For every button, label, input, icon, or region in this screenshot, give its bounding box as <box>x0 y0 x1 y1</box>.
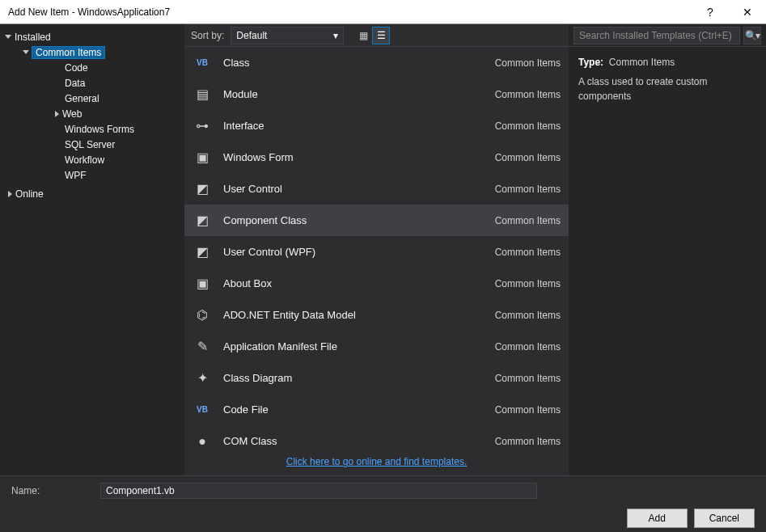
name-input[interactable] <box>100 483 537 499</box>
template-icon: ◩ <box>193 179 212 199</box>
template-category: Common Items <box>495 373 561 384</box>
window-title: Add New Item - WindowsApplication7 <box>8 6 692 18</box>
name-row: Name: <box>11 483 755 499</box>
template-icon: VB <box>193 400 212 420</box>
template-icon: ⌬ <box>193 306 212 325</box>
template-description: A class used to create custom components <box>578 74 756 103</box>
template-name: Class Diagram <box>223 372 484 384</box>
list-view-button[interactable]: ☰ <box>373 27 389 44</box>
template-category: Common Items <box>495 436 561 447</box>
template-row[interactable]: ▣About BoxCommon Items <box>184 268 569 299</box>
template-category: Common Items <box>495 120 561 132</box>
template-row[interactable]: VBClassCommon Items <box>184 47 569 78</box>
button-row: Add Cancel <box>11 509 755 528</box>
template-category: Common Items <box>495 341 561 353</box>
info-pane: 🔍▾ Type: Common Items A class used to cr… <box>569 24 766 475</box>
sort-by-value: Default <box>236 30 267 41</box>
tree-node-windows-forms[interactable]: Windows Forms <box>50 121 184 137</box>
template-row[interactable]: ▤ModuleCommon Items <box>184 78 569 110</box>
template-category: Common Items <box>495 152 561 163</box>
find-templates-online-link[interactable]: Click here to go online and find templat… <box>286 456 467 467</box>
template-row[interactable]: ▣Windows FormCommon Items <box>184 141 569 173</box>
chevron-down-icon: ▾ <box>333 30 338 41</box>
template-icon: ▣ <box>193 274 212 293</box>
template-icon: ✦ <box>193 369 212 388</box>
chevron-down-icon <box>23 50 29 54</box>
view-mode-group: ▦ ☰ <box>355 27 389 44</box>
template-category: Common Items <box>495 89 561 100</box>
template-row[interactable]: ⌬ADO.NET Entity Data ModelCommon Items <box>184 299 569 331</box>
tree-label: Code <box>65 62 88 74</box>
search-input[interactable] <box>573 27 740 44</box>
tree-node-sql-server[interactable]: SQL Server <box>50 137 184 152</box>
tree-label: Windows Forms <box>65 124 134 135</box>
tree-label: WPF <box>65 170 87 181</box>
template-icon: ⊶ <box>193 116 212 136</box>
grid-view-button[interactable]: ▦ <box>355 27 371 44</box>
chevron-right-icon <box>8 191 12 197</box>
name-label: Name: <box>11 485 84 496</box>
template-category: Common Items <box>495 57 561 69</box>
template-list[interactable]: VBClassCommon Items▤ModuleCommon Items⊶I… <box>184 47 569 448</box>
template-name: COM Class <box>223 435 484 447</box>
template-row[interactable]: ◩User Control (WPF)Common Items <box>184 236 569 268</box>
template-list-wrap: VBClassCommon Items▤ModuleCommon Items⊶I… <box>184 47 569 448</box>
template-name: Interface <box>223 120 484 132</box>
template-row[interactable]: ◩User ControlCommon Items <box>184 173 569 205</box>
online-link-bar: Click here to go online and find templat… <box>184 448 569 475</box>
tree-node-data[interactable]: Data <box>50 75 184 91</box>
sort-by-dropdown[interactable]: Default ▾ <box>231 27 344 44</box>
template-name: User Control (WPF) <box>223 246 484 258</box>
template-row[interactable]: VBCode FileCommon Items <box>184 394 569 425</box>
close-icon: ✕ <box>743 6 752 19</box>
tree-label: Web <box>62 108 82 120</box>
grid-icon: ▦ <box>359 30 368 41</box>
template-name: User Control <box>223 183 484 195</box>
tree-node-general[interactable]: General <box>50 91 184 106</box>
template-icon: ◩ <box>193 243 212 262</box>
template-row[interactable]: ◩Component ClassCommon Items <box>184 205 569 236</box>
template-category: Common Items <box>495 215 561 226</box>
template-row[interactable]: ⊶InterfaceCommon Items <box>184 110 569 141</box>
tree-node-installed[interactable]: Installed <box>0 29 184 44</box>
tree-label: General <box>65 93 99 104</box>
search-button[interactable]: 🔍▾ <box>743 27 761 44</box>
template-name: Windows Form <box>223 151 484 163</box>
tree-label: Common Items <box>32 47 104 58</box>
template-row[interactable]: ●COM ClassCommon Items <box>184 425 569 448</box>
template-icon: ● <box>193 432 212 449</box>
title-bar: Add New Item - WindowsApplication7 ? ✕ <box>0 0 766 24</box>
tree-label: Installed <box>15 32 51 43</box>
help-icon: ? <box>707 6 713 19</box>
template-row[interactable]: ✦Class DiagramCommon Items <box>184 362 569 394</box>
close-button[interactable]: ✕ <box>729 0 766 24</box>
template-category: Common Items <box>495 184 561 195</box>
tree-label: Data <box>65 78 85 89</box>
template-category: Common Items <box>495 247 561 258</box>
tree-node-code[interactable]: Code <box>50 60 184 75</box>
tree-node-web[interactable]: Web <box>50 106 184 121</box>
template-row[interactable]: ✎Application Manifest FileCommon Items <box>184 331 569 362</box>
template-category: Common Items <box>495 404 561 416</box>
template-name: ADO.NET Entity Data Model <box>223 309 484 321</box>
tree-node-workflow[interactable]: Workflow <box>50 152 184 167</box>
template-icon: ▤ <box>193 85 212 104</box>
chevron-right-icon <box>55 111 59 117</box>
tree-node-wpf[interactable]: WPF <box>50 167 184 183</box>
template-name: Code File <box>223 403 484 416</box>
tree-node-online[interactable]: Online <box>0 186 184 201</box>
template-toolbar: Sort by: Default ▾ ▦ ☰ <box>184 24 569 47</box>
template-name: Class <box>223 57 484 69</box>
tree-label: Workflow <box>65 154 104 166</box>
search-bar: 🔍▾ <box>569 24 766 47</box>
template-category: Common Items <box>495 278 561 289</box>
sort-by-label: Sort by: <box>191 30 224 41</box>
template-icon: ◩ <box>193 211 212 230</box>
template-icon: VB <box>193 53 212 73</box>
add-button[interactable]: Add <box>627 509 688 528</box>
template-category: Common Items <box>495 310 561 321</box>
cancel-button[interactable]: Cancel <box>694 509 755 528</box>
help-button[interactable]: ? <box>692 0 729 24</box>
tree-node-common-items[interactable]: Common Items <box>18 44 184 60</box>
template-pane: Sort by: Default ▾ ▦ ☰ VBClassCommon Ite… <box>184 24 569 475</box>
